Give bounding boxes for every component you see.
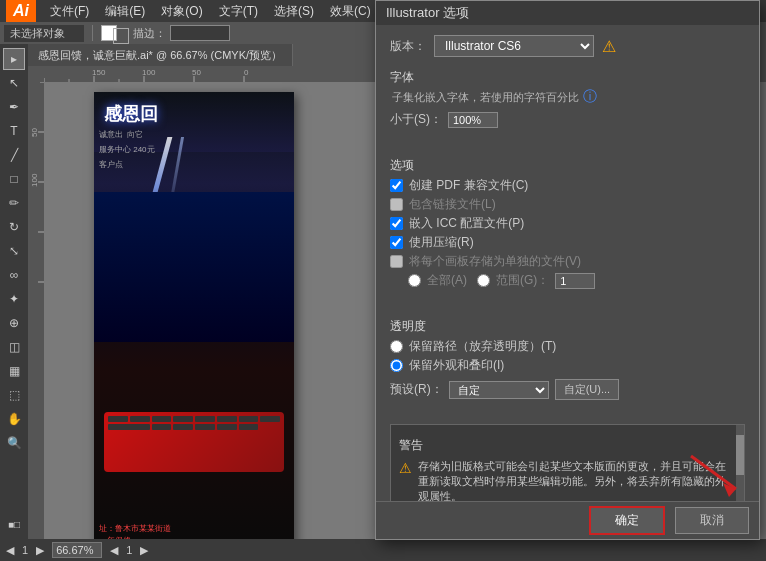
- opt-save-each-label: 将每个画板存储为单独的文件(V): [409, 253, 581, 270]
- font-desc: 子集化嵌入字体，若使用的字符百分比: [392, 90, 579, 105]
- doc-title: 感恩回: [104, 102, 158, 126]
- font-section-header: 字体: [390, 69, 745, 86]
- page-next-icon[interactable]: ▶: [36, 544, 44, 557]
- zoom-input[interactable]: [52, 542, 102, 558]
- fill-stroke-icon[interactable]: ■□: [3, 513, 25, 535]
- opt-create-pdf-row: 创建 PDF 兼容文件(C): [390, 176, 745, 195]
- toolbox: ▸ ↖ ✒ T ╱ □ ✏ ↻ ⤡ ∞ ✦ ⊕ ◫ ▦ ⬚ ✋ 🔍 ■□: [0, 44, 28, 539]
- svg-text:0: 0: [244, 68, 249, 77]
- font-small-input[interactable]: [448, 112, 498, 128]
- svg-rect-12: [28, 82, 44, 539]
- font-info-icon: ⓘ: [583, 88, 597, 106]
- canvas-document: 感恩回 诚意出 向它服务中心 240元客户点: [94, 92, 294, 539]
- opt-compress-row: 使用压缩(R): [390, 233, 745, 252]
- preset-custom-button[interactable]: 自定(U)...: [555, 379, 619, 400]
- trans-path-row: 保留路径（放弃透明度）(T): [390, 337, 745, 356]
- warning-text-1: 存储为旧版格式可能会引起某些文本版面的更改，并且可能会在重新读取文档时停用某些编…: [418, 459, 736, 501]
- opt-create-pdf-label: 创建 PDF 兼容文件(C): [409, 177, 528, 194]
- tool-gradient[interactable]: ◫: [3, 336, 25, 358]
- tool-text[interactable]: T: [3, 120, 25, 142]
- tool-rect[interactable]: □: [3, 168, 25, 190]
- opt-compress-checkbox[interactable]: [390, 236, 403, 249]
- app-root: Ai 文件(F) 编辑(E) 对象(O) 文字(T) 选择(S) 效果(C) 视…: [0, 0, 766, 561]
- preset-row: 预设(R)： 自定 自定(U)...: [390, 379, 745, 400]
- menu-text[interactable]: 文字(T): [211, 1, 266, 22]
- main-area: ▸ ↖ ✒ T ╱ □ ✏ ↻ ⤡ ∞ ✦ ⊕ ◫ ▦ ⬚ ✋ 🔍 ■□ 感恩回…: [0, 44, 766, 539]
- tool-brush[interactable]: ✏: [3, 192, 25, 214]
- menu-select[interactable]: 选择(S): [266, 1, 322, 22]
- opt-include-links-checkbox[interactable]: [390, 198, 403, 211]
- opt-save-each-checkbox[interactable]: [390, 255, 403, 268]
- tool-select[interactable]: ▸: [3, 48, 25, 70]
- version-label: 版本：: [390, 44, 426, 55]
- font-section: 字体 子集化嵌入字体，若使用的字符百分比 ⓘ 小于(S)：: [390, 65, 745, 129]
- menu-object[interactable]: 对象(O): [153, 1, 210, 22]
- warning-section: 警告 ⚠ 存储为旧版格式可能会引起某些文本版面的更改，并且可能会在重新读取文档时…: [390, 424, 745, 501]
- warning-icon-1: ⚠: [399, 460, 412, 501]
- svg-text:50: 50: [30, 128, 39, 137]
- ruler-vertical: 50 100: [28, 82, 44, 539]
- warning-section-header: 警告: [399, 437, 736, 453]
- tool-rotate[interactable]: ↻: [3, 216, 25, 238]
- opt-range-label: 范围(G)：: [496, 272, 549, 289]
- opt-compress-label: 使用压缩(R): [409, 234, 474, 251]
- tool-pen[interactable]: ✒: [3, 96, 25, 118]
- transparency-section-header: 透明度: [390, 318, 745, 335]
- opt-range-row: 范围(G)：: [477, 271, 595, 290]
- dialog-footer: 确定 取消: [376, 501, 759, 539]
- svg-text:100: 100: [142, 68, 156, 77]
- status-bar: ◀ 1 ▶ ◀ 1 ▶: [0, 539, 766, 561]
- dialog-body: 版本： Illustrator CS6 Illustrator CS5 Illu…: [376, 44, 759, 501]
- opt-range-radio[interactable]: [477, 274, 490, 287]
- stroke-color[interactable]: [113, 28, 129, 44]
- confirm-button[interactable]: 确定: [589, 506, 665, 535]
- preset-select[interactable]: 自定: [449, 381, 549, 399]
- warning-scrollbar-thumb[interactable]: [736, 435, 744, 475]
- artboard-nav-prev[interactable]: ◀: [110, 544, 118, 557]
- opt-include-links-row: 包含链接文件(L): [390, 195, 745, 214]
- opt-embed-icc-label: 嵌入 ICC 配置文件(P): [409, 215, 524, 232]
- opt-all-row: 全部(A): [408, 271, 467, 290]
- doc-image: 感恩回 诚意出 向它服务中心 240元客户点: [94, 92, 294, 539]
- opt-create-pdf-checkbox[interactable]: [390, 179, 403, 192]
- toolbar-separator: [92, 25, 93, 41]
- menu-file[interactable]: 文件(F): [42, 1, 97, 22]
- selection-display: 未选择对象: [4, 25, 84, 42]
- artboard-nav-next[interactable]: ▶: [140, 544, 148, 557]
- menu-effect[interactable]: 效果(C): [322, 1, 379, 22]
- trans-path-radio[interactable]: [390, 340, 403, 353]
- tool-artboard[interactable]: ⬚: [3, 384, 25, 406]
- zoom-display: [52, 542, 102, 558]
- doc-subtitle: 诚意出 向它服务中心 240元客户点: [99, 127, 155, 172]
- options-section: 选项 创建 PDF 兼容文件(C) 包含链接文件(L) 嵌入 ICC 配置文件(…: [390, 153, 745, 290]
- options-section-header: 选项: [390, 157, 745, 174]
- opt-range-input[interactable]: [555, 273, 595, 289]
- tool-blend[interactable]: ∞: [3, 264, 25, 286]
- cancel-button[interactable]: 取消: [675, 507, 749, 534]
- tool-graph[interactable]: ▦: [3, 360, 25, 382]
- tool-zoom[interactable]: 🔍: [3, 432, 25, 454]
- tool-measure[interactable]: ⊕: [3, 312, 25, 334]
- opt-all-radio[interactable]: [408, 274, 421, 287]
- version-select[interactable]: Illustrator CS6 Illustrator CS5 Illustra…: [434, 44, 594, 57]
- opt-embed-icc-checkbox[interactable]: [390, 217, 403, 230]
- menu-edit[interactable]: 编辑(E): [97, 1, 153, 22]
- opt-include-links-label: 包含链接文件(L): [409, 196, 496, 213]
- tool-scale[interactable]: ⤡: [3, 240, 25, 262]
- tool-hand[interactable]: ✋: [3, 408, 25, 430]
- tool-direct-select[interactable]: ↖: [3, 72, 25, 94]
- tool-eyedropper[interactable]: ✦: [3, 288, 25, 310]
- version-row: 版本： Illustrator CS6 Illustrator CS5 Illu…: [390, 44, 745, 57]
- tool-line[interactable]: ╱: [3, 144, 25, 166]
- warning-triangle-icon: ⚠: [602, 44, 616, 56]
- warning-scrollbar[interactable]: [736, 425, 744, 501]
- range-radio-group: 全部(A) 范围(G)：: [408, 271, 745, 290]
- trans-appearance-radio[interactable]: [390, 359, 403, 372]
- page-prev-icon[interactable]: ◀: [6, 544, 14, 557]
- svg-text:100: 100: [30, 173, 39, 187]
- trans-appearance-label: 保留外观和叠印(I): [409, 357, 504, 374]
- canvas-tab[interactable]: 感恩回馈，诚意巨献.ai* @ 66.67% (CMYK/预览）: [28, 44, 293, 66]
- preset-label: 预设(R)：: [390, 381, 443, 398]
- antialiasing-input[interactable]: [170, 25, 230, 41]
- antialiasing-label: 描边：: [133, 26, 166, 41]
